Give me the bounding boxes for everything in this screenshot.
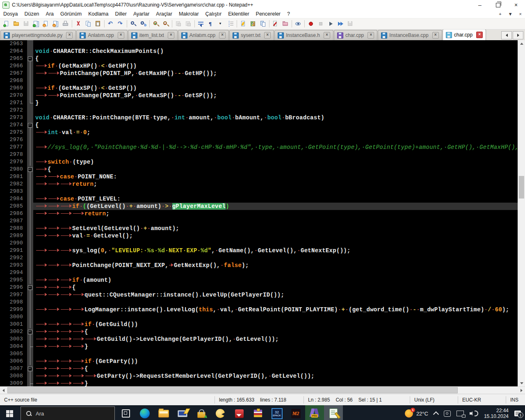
code-line[interactable]: 2987 [0,217,518,225]
fold-margin[interactable] [27,158,33,166]
search-box[interactable]: Ara [21,406,115,420]
tab-close-icon[interactable]: × [168,32,174,39]
code-line[interactable]: 2972 [0,107,518,114]
code-line[interactable]: 3008GetParty()->RequestSetMemberLevel(Ge… [0,372,518,380]
fold-margin[interactable] [27,254,33,262]
code-line[interactable]: 2967PointChange(POINT_HP,·GetMaxHP()·-·G… [0,70,518,77]
fold-margin[interactable] [27,336,33,343]
fold-margin[interactable] [27,372,33,380]
find-button[interactable] [128,19,138,28]
fold-margin[interactable] [27,136,33,144]
save-all-button[interactable] [31,19,41,28]
code-line[interactable]: 2994 [0,269,518,276]
notification-center-icon[interactable]: 1 [514,411,521,416]
fold-margin[interactable] [27,203,33,210]
fold-margin[interactable] [27,151,33,158]
zoom-out-button[interactable] [161,19,171,28]
sync-vertical-button[interactable] [173,19,183,28]
print-button[interactable] [61,19,71,28]
tab-close-icon[interactable]: × [476,32,483,38]
fold-margin[interactable] [27,48,33,55]
document-edit-button[interactable] [271,19,281,28]
fold-margin[interactable] [27,114,33,121]
fold-margin[interactable] [27,225,33,232]
menu-item[interactable]: Kodlama [85,11,112,17]
code-line[interactable]: 2974{ [0,121,518,129]
fold-margin[interactable] [27,269,33,276]
file-explorer-taskbar-button[interactable] [154,405,173,420]
tab-Anlatım.cpp[interactable]: Anlatım.cpp× [76,30,127,40]
tab-list-button[interactable]: ▼ [508,11,513,16]
horizontal-scrollbar[interactable] [0,386,525,394]
edge-taskbar-button[interactable] [135,405,154,420]
fold-margin[interactable] [27,291,33,299]
code-line[interactable]: 2978 [0,151,518,158]
fold-margin[interactable] [27,247,33,254]
code-line[interactable]: 2999LogManager::instance().LevelLog(this… [0,306,518,313]
code-line[interactable]: 3006if·(GetParty()) [0,358,518,365]
menu-item[interactable]: ? [284,11,293,17]
zoom-in-button[interactable] [151,19,161,28]
close-tab-button[interactable]: × [519,11,522,16]
tab-close-icon[interactable]: × [219,32,226,39]
tab-char.cpp[interactable]: char.cpp× [334,30,377,40]
fold-margin[interactable] [27,365,33,372]
code-line[interactable]: 2990 [0,240,518,247]
fold-margin[interactable] [27,350,33,358]
vertical-scrollbar[interactable] [518,40,525,386]
code-line[interactable]: 2963 [0,40,518,48]
show-all-characters-button[interactable] [206,19,216,28]
document-map-button[interactable] [248,19,258,28]
run-macro-multiple-button[interactable] [336,19,345,28]
epack32-taskbar-button[interactable]: 32EPACK [267,405,286,420]
code-line[interactable]: 3007{ [0,365,518,372]
code-line[interactable]: 3001if·(GetGuild()) [0,321,518,328]
code-line[interactable]: 2976 [0,136,518,144]
fold-margin[interactable] [27,262,33,269]
paste-button[interactable] [93,19,103,28]
save-button[interactable] [21,19,31,28]
code-line[interactable]: 2973void·CHARACTER::PointChange(BYTE·typ… [0,114,518,121]
undo-button[interactable] [106,19,116,28]
code-line[interactable]: 2996{ [0,284,518,291]
menu-item[interactable]: Dosya [0,11,21,17]
vertical-scroll-thumb[interactable] [519,176,524,199]
code-line[interactable]: 2980{ [0,166,518,173]
fold-margin[interactable] [27,299,33,306]
code-line[interactable]: 3002{ [0,328,518,336]
menu-item[interactable]: Eklentiler [225,11,252,17]
volume-icon[interactable] [470,411,473,415]
fold-margin[interactable] [27,99,33,107]
code-line[interactable]: 2982return; [0,180,518,188]
tab-close-icon[interactable]: × [368,32,374,39]
fold-margin[interactable] [27,276,33,284]
code-line[interactable]: 2965{ [0,55,518,62]
code-line[interactable]: 2995if·(amount) [0,276,518,284]
round-yellow-app-taskbar-button[interactable] [211,405,230,420]
code-line[interactable]: 2984case·POINT_LEVEL: [0,195,518,203]
document-list-button[interactable] [258,19,268,28]
fold-margin[interactable] [27,321,33,328]
task-view-taskbar-button[interactable] [116,405,135,420]
winrar-taskbar-button[interactable] [249,405,267,420]
code-line[interactable]: 2979switch·(type) [0,158,518,166]
code-line[interactable]: 2969if·(GetMaxSP()·<·GetSP()) [0,84,518,92]
fold-margin[interactable] [27,313,33,321]
tab-Anlatım.cpp[interactable]: Anlatım.cpp× [178,30,229,40]
code-line[interactable]: 3009} [0,380,518,386]
menu-item[interactable]: Pencereler [253,11,284,17]
notepad-plus-plus-taskbar-button[interactable] [324,405,343,420]
fold-margin[interactable] [27,70,33,77]
code-line[interactable]: 2966if·(GetMaxHP()·<·GetHP()) [0,62,518,70]
fold-margin[interactable] [27,343,33,350]
tab-close-icon[interactable]: × [66,32,73,39]
tab-playersettingmodule.py[interactable]: playersettingmodule.py× [0,30,76,40]
code-line[interactable]: 2964void·CHARACTER::CheckMaximumPoints() [0,48,518,55]
m2-taskbar-button[interactable]: M2 [286,405,305,420]
tab-close-icon[interactable]: × [432,32,439,39]
sync-horizontal-button[interactable] [183,19,193,28]
code-line[interactable]: 2975int·val·=·0; [0,129,518,136]
horizontal-scroll-thumb[interactable] [7,387,458,393]
code-line[interactable]: 2983 [0,188,518,195]
fold-margin[interactable] [27,195,33,203]
